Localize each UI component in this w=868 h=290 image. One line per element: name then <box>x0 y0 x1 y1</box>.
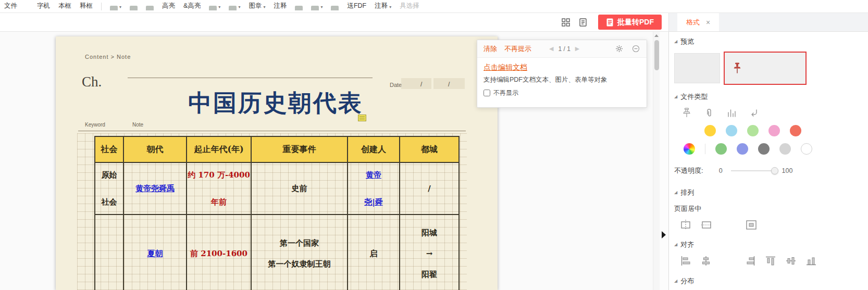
dont-show-checkbox[interactable] <box>483 90 490 96</box>
batch-convert-pdf-button[interactable]: 批量转PDF <box>598 15 662 30</box>
color-swatch[interactable] <box>790 125 801 136</box>
table-text: 阳城 <box>421 227 437 238</box>
table-text: 启 <box>370 248 378 259</box>
table-text: / <box>428 183 430 194</box>
paperclip-type-icon[interactable] <box>703 107 715 119</box>
color-swatch[interactable] <box>715 143 727 155</box>
page-indicator: 1 / 1 <box>558 45 570 53</box>
clear-button[interactable]: 清除 <box>483 44 497 54</box>
table-link[interactable]: 黄帝尧舜禹 <box>135 183 175 194</box>
toolbar-item[interactable]: 图章▾ <box>249 2 265 10</box>
opacity-slider-handle[interactable] <box>771 167 778 174</box>
toolbar-icon-button[interactable] <box>331 6 339 10</box>
scrollbar-thumb[interactable] <box>654 40 659 70</box>
table-link[interactable]: 尧|舜 <box>364 196 382 208</box>
table-text: 前 2100-1600 <box>190 248 247 259</box>
toolbar-item[interactable]: 释框 <box>80 2 93 10</box>
color-swatch[interactable] <box>758 143 770 155</box>
toolbar-item[interactable]: 本框 <box>58 2 71 10</box>
toolbar-icon-button[interactable] <box>130 6 138 10</box>
toolbar-icon-button[interactable] <box>146 6 154 10</box>
toolbar-icon <box>229 6 237 10</box>
center-horizontal-icon[interactable] <box>679 219 692 231</box>
toolbar-item[interactable]: 文件 <box>4 2 17 10</box>
edit-document-link[interactable]: 点击编辑文档 <box>483 63 527 72</box>
section-align[interactable]: ◢ 对齐 <box>674 240 862 249</box>
panel-collapse-strip <box>660 32 668 290</box>
dont-remind-button[interactable]: 不再提示 <box>504 44 531 54</box>
toolbar-icon-button[interactable]: ▾ <box>110 5 121 10</box>
table-cell: 前 2100-1600 <box>187 215 251 290</box>
center-in-page-icon[interactable] <box>745 219 758 231</box>
keyword-label: Keyword <box>85 122 105 128</box>
table-cell: 黄帝尧|舜 <box>348 162 400 215</box>
prev-page-icon[interactable]: ◀ <box>549 45 553 52</box>
page-view-icon[interactable] <box>577 16 589 29</box>
align-right-icon[interactable] <box>744 255 757 267</box>
note-label: Note <box>132 122 143 128</box>
color-swatch[interactable] <box>726 125 737 136</box>
table-text: → <box>426 248 433 259</box>
preview-thumbnail-selected[interactable] <box>724 52 807 85</box>
graph-type-icon[interactable] <box>725 107 737 119</box>
note-annotation-icon[interactable] <box>358 115 366 121</box>
align-left-icon[interactable] <box>679 255 692 267</box>
table-link[interactable]: 黄帝 <box>366 169 381 181</box>
tab-format[interactable]: 格式 × <box>677 13 719 31</box>
scroll-up-button[interactable] <box>653 32 660 40</box>
pdf-page[interactable]: Content > Note Ch. 中国历史朝代表 Date / / Keyw… <box>56 36 498 290</box>
color-swatch[interactable] <box>747 125 759 136</box>
minimize-icon[interactable] <box>631 44 640 54</box>
section-distribute[interactable]: ◢ 分布 <box>674 276 862 286</box>
section-arrange[interactable]: ◢ 排列 <box>674 188 862 197</box>
filetype-icons <box>680 107 862 119</box>
align-top-icon[interactable] <box>764 255 777 267</box>
opacity-max: 100 <box>782 167 793 174</box>
toolbar-item[interactable]: 注释 <box>274 2 287 10</box>
close-icon[interactable]: × <box>706 19 710 26</box>
opacity-slider[interactable] <box>731 170 775 171</box>
next-page-icon[interactable]: ▶ <box>575 45 579 52</box>
section-filetype[interactable]: ◢ 文件类型 <box>674 92 862 102</box>
table-link[interactable]: 夏朝 <box>147 248 163 259</box>
toolbar-icon-button[interactable]: ▾ <box>209 5 220 10</box>
toolbar-item[interactable]: 字机 <box>37 2 50 10</box>
color-swatch[interactable] <box>704 125 716 136</box>
color-swatch[interactable] <box>737 143 748 155</box>
pushpin-type-icon[interactable] <box>680 107 692 119</box>
table-cell: 阳城→阳翟 <box>400 215 459 290</box>
gear-icon[interactable] <box>614 44 624 54</box>
color-swatch[interactable] <box>801 143 812 155</box>
table-text: 第一个国家 <box>280 237 319 249</box>
date-field <box>401 78 431 89</box>
table-text: 原始 <box>102 169 117 181</box>
color-swatch[interactable] <box>779 143 791 155</box>
preview-thumbnail-1[interactable] <box>674 53 720 83</box>
toolbar-item[interactable]: &高亮 <box>183 2 201 10</box>
vertical-scrollbar[interactable] <box>653 32 660 290</box>
toolbar-item[interactable]: 注释▾ <box>375 2 391 10</box>
arrange-icons <box>679 219 862 231</box>
toolbar-icon-button[interactable]: ▾ <box>229 5 240 10</box>
toolbar-item[interactable]: 送FDF <box>347 2 366 10</box>
section-preview[interactable]: ◢ 预览 <box>674 37 862 46</box>
document-canvas[interactable]: Content > Note Ch. 中国历史朝代表 Date / / Keyw… <box>0 32 653 290</box>
color-swatch[interactable] <box>768 125 780 136</box>
opacity-control: 不透明度: 0 100 <box>674 166 862 175</box>
chevron-down-icon: ▾ <box>320 5 323 10</box>
align-center-horizontal-icon[interactable] <box>700 255 712 267</box>
rainbow-color-swatch[interactable] <box>684 143 695 155</box>
toolbar-icon-button[interactable] <box>295 6 303 10</box>
align-bottom-icon[interactable] <box>805 255 817 267</box>
align-middle-vertical-icon[interactable] <box>785 255 797 267</box>
grid-view-icon[interactable] <box>560 16 572 29</box>
toolbar-item[interactable]: 高亮 <box>162 2 175 10</box>
toolbar-icon-button[interactable]: ▾ <box>311 5 323 10</box>
center-vertical-icon[interactable] <box>700 219 713 231</box>
table-header-cell: 起止年代(年) <box>187 136 251 162</box>
page-center-label: 页面居中 <box>674 204 862 213</box>
collapse-panel-icon[interactable] <box>662 231 666 238</box>
scroll-up-icon <box>654 34 659 37</box>
toolbar-separator <box>101 3 102 10</box>
return-arrow-type-icon[interactable] <box>748 107 760 119</box>
